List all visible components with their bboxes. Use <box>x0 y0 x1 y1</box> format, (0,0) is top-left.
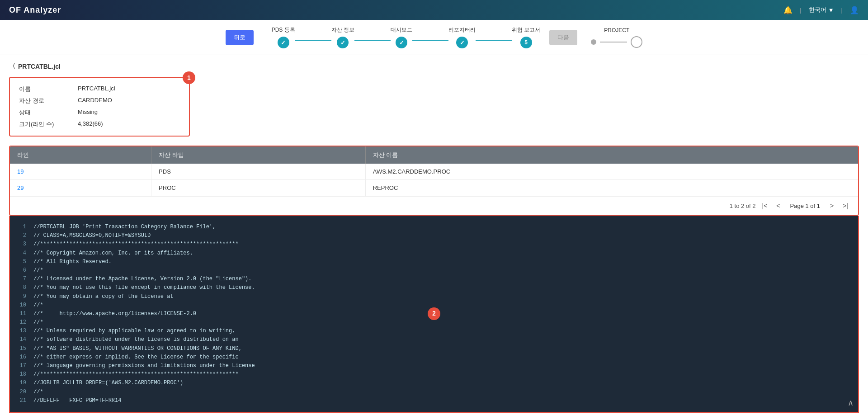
code-viewer: 2 1//PRTCATBL JOB 'Print Trasaction Cate… <box>9 216 859 413</box>
table-cell-type: PDS <box>151 164 366 180</box>
table-code-wrapper: 라인 자산 타입 자산 이름 19PDSAWS.M2.CARDDEMO.PROC… <box>9 146 859 413</box>
code-line-content: //**************************************… <box>33 240 239 249</box>
breadcrumb-arrow-icon: 〈 <box>9 62 15 71</box>
code-line-number: 2 <box>19 231 26 240</box>
wizard-step-label-3: 대시보드 <box>391 26 412 34</box>
pagination-row: 1 to 2 of 2 |< < Page 1 of 1 > >| <box>10 196 858 215</box>
code-line-number: 17 <box>19 362 26 370</box>
code-line: 1//PRTCATBL JOB 'Print Trasaction Catego… <box>19 223 849 231</box>
code-line-number: 15 <box>19 344 26 353</box>
code-line-number: 18 <box>19 370 26 379</box>
collapse-button[interactable]: ∧ <box>848 398 854 408</box>
info-row-name: 이름 PRTCATBL.jcl <box>19 83 180 95</box>
next-page-button[interactable]: > <box>827 201 836 210</box>
wizard-step-circle-2 <box>337 37 349 48</box>
code-line-content: //* You may obtain a copy of the License… <box>33 292 174 301</box>
code-line: 10//* <box>19 301 849 310</box>
col-header-name: 자산 이름 <box>365 146 858 164</box>
code-line-content: //* <box>33 318 43 327</box>
wizard-step-repository: 리포지터리 <box>448 26 476 48</box>
wizard-project-row <box>591 36 642 48</box>
wizard-step-risk-report: 위험 보고서 5 <box>512 26 540 48</box>
wizard-navigation: 뒤로 PDS 등록 자산 정보 대시보드 리포지터리 위험 보고서 5 <box>0 20 868 55</box>
code-line: 9//* You may obtain a copy of the Licens… <box>19 292 849 301</box>
table-cell-line[interactable]: 29 <box>10 180 151 196</box>
code-line: 20//* <box>19 388 849 396</box>
wizard-step-asset-info: 자산 정보 <box>331 26 354 48</box>
table-cell-line[interactable]: 19 <box>10 164 151 180</box>
code-line-content: //* You may not use this file except in … <box>33 283 255 292</box>
code-line-number: 20 <box>19 388 26 396</box>
table-cell-name: REPROC <box>365 180 858 196</box>
language-selector[interactable]: 한국어 ▼ <box>809 6 834 14</box>
wizard-step-label-4: 리포지터리 <box>448 26 476 34</box>
info-value-path: CARDDEMO <box>78 97 112 105</box>
wizard-project-line <box>600 42 627 42</box>
code-line-number: 10 <box>19 301 26 310</box>
wizard-project-circle <box>631 36 642 48</box>
code-line-content: //* http://www.apache.org/licenses/LICEN… <box>33 310 196 318</box>
code-line-content: //* <box>33 266 43 275</box>
wizard-step-circle-3 <box>396 37 407 48</box>
data-table: 라인 자산 타입 자산 이름 19PDSAWS.M2.CARDDEMO.PROC… <box>10 146 858 196</box>
code-line: 2// CLASS=A,MSGCLASS=0,NOTIFY=&SYSUID <box>19 231 849 240</box>
code-line: 17//* language governing permissions and… <box>19 362 849 370</box>
code-line-number: 8 <box>19 283 26 292</box>
code-line-number: 21 <box>19 396 26 405</box>
code-line-content: //* <box>33 301 43 310</box>
info-row-size: 크기(라인 수) 4,382(66) <box>19 118 180 130</box>
chevron-down-icon: ▼ <box>828 7 834 14</box>
prev-page-button[interactable]: < <box>774 201 783 210</box>
wizard-step-dashboard: 대시보드 <box>391 26 412 48</box>
code-line-number: 12 <box>19 318 26 327</box>
code-line-number: 7 <box>19 275 26 283</box>
user-icon[interactable]: 👤 <box>850 6 859 14</box>
breadcrumb: 〈 PRTCATBL.jcl <box>9 62 859 71</box>
divider2: | <box>841 7 843 14</box>
info-card-badge: 1 <box>183 71 195 84</box>
wizard-project-label: PROJECT <box>604 27 629 33</box>
code-line: 3//*************************************… <box>19 240 849 249</box>
language-label: 한국어 <box>809 6 826 14</box>
code-line: 21//DEFLFF FXFC PGM=TFFRR14 <box>19 396 849 405</box>
wizard-project: PROJECT <box>591 27 642 48</box>
col-header-line: 라인 <box>10 146 151 164</box>
code-line-content: //**************************************… <box>33 370 239 379</box>
wizard-connector-1 <box>295 40 331 41</box>
code-line-content: //* Copyright Amazon.com, Inc. or its af… <box>33 249 193 258</box>
wizard-step-pds: PDS 등록 <box>272 26 295 48</box>
code-line-content: //* either express or implied. See the L… <box>33 353 239 362</box>
code-line-number: 4 <box>19 249 26 258</box>
info-label-name: 이름 <box>19 85 60 93</box>
wizard-connector-4 <box>476 40 512 41</box>
code-line: 15//* "AS IS" BASIS, WITHOUT WARRANTIES … <box>19 344 849 353</box>
notification-bell-icon[interactable]: 🔔 <box>783 6 793 14</box>
code-line: 11//* http://www.apache.org/licenses/LIC… <box>19 310 849 318</box>
code-line: 7//* Licensed under the Apache License, … <box>19 275 849 283</box>
code-line-number: 3 <box>19 240 26 249</box>
wizard-connector-3 <box>412 40 448 41</box>
table-row: 19PDSAWS.M2.CARDDEMO.PROC <box>10 164 858 180</box>
back-button[interactable]: 뒤로 <box>226 30 254 45</box>
wizard-step-circle-4 <box>456 37 468 48</box>
app-header: OF Analyzer 🔔 | 한국어 ▼ | 👤 <box>0 0 868 20</box>
wizard-step-circle-1 <box>278 37 289 48</box>
code-line: 19//JOBLIB JCLLIB ORDER=('AWS.M2.CARDDEM… <box>19 379 849 387</box>
code-line-number: 19 <box>19 379 26 387</box>
code-line-number: 6 <box>19 266 26 275</box>
info-row-path: 자산 경로 CARDDEMO <box>19 95 180 107</box>
code-line-number: 1 <box>19 223 26 231</box>
info-label-path: 자산 경로 <box>19 97 60 105</box>
next-button[interactable]: 다음 <box>549 30 577 45</box>
code-line-content: //* <box>33 388 43 396</box>
code-line-content: //* software distributed under the Licen… <box>33 335 239 344</box>
code-line-content: //* Unless required by applicable law or… <box>33 327 235 335</box>
table-row: 29PROCREPROC <box>10 180 858 196</box>
code-line: 14//* software distributed under the Lic… <box>19 335 849 344</box>
last-page-button[interactable]: >| <box>840 201 851 210</box>
code-line-content: //JOBLIB JCLLIB ORDER=('AWS.M2.CARDDEMO.… <box>33 379 183 387</box>
wizard-step-circle-5: 5 <box>520 37 532 48</box>
table-cell-type: PROC <box>151 180 366 196</box>
code-line-content: //* language governing permissions and l… <box>33 362 255 370</box>
first-page-button[interactable]: |< <box>760 201 770 210</box>
